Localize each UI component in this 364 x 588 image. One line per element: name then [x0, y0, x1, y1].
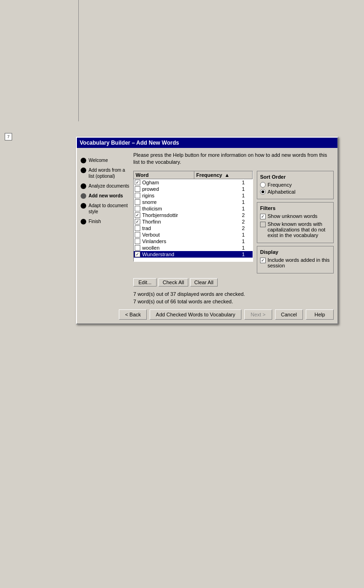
word-freq: 1: [240, 193, 252, 198]
step-bullet-analyze: [81, 183, 86, 189]
word-list-scroll[interactable]: Ogham 1 prowed 1: [134, 179, 253, 260]
step-finish: Finish: [81, 217, 130, 225]
word-text: snorre: [142, 199, 240, 205]
cancel-button[interactable]: Cancel: [275, 309, 303, 320]
word-checkbox-snorre[interactable]: [135, 199, 140, 205]
word-row[interactable]: Thorfinn 2: [134, 218, 253, 225]
filter-show-known-label: Show known words with capitalizations th…: [268, 221, 330, 238]
word-checkbox-thorfinn[interactable]: [135, 219, 140, 224]
step-label-welcome: Welcome: [89, 157, 108, 163]
word-checkbox-trad[interactable]: [135, 225, 140, 231]
word-text: woollen: [142, 245, 240, 251]
word-row[interactable]: tholicism 1: [134, 205, 253, 212]
vocabulary-builder-dialog: Vocabulary Builder – Add New Words Welco…: [76, 137, 338, 324]
step-bullet-adapt: [81, 203, 86, 209]
word-list-header: Word Frequency ▲: [134, 171, 253, 179]
main-content: Please press the Help button for more in…: [133, 152, 334, 306]
word-checkbox-woollen[interactable]: [135, 245, 140, 251]
word-row[interactable]: snorre 1: [134, 199, 253, 205]
step-label-add-new: Add new words: [89, 193, 123, 199]
word-row-wunderstrand[interactable]: Wunderstrand 1: [134, 251, 253, 258]
display-include-added-checkbox[interactable]: [260, 258, 266, 263]
radio-frequency-btn[interactable]: [260, 182, 266, 188]
filter-show-unknown-label: Show unknown words: [268, 213, 317, 219]
word-row[interactable]: Ogham 1: [134, 179, 253, 186]
word-freq: 2: [240, 219, 252, 224]
word-text: Verbout: [142, 232, 240, 238]
status-text: 7 word(s) out of 37 displayed words are …: [133, 290, 334, 306]
status-line2: 7 word(s) out of 66 total words are chec…: [133, 298, 334, 306]
word-freq: 1: [240, 186, 252, 192]
radio-frequency[interactable]: Frequency: [260, 182, 330, 188]
word-text: tholicism: [142, 206, 240, 211]
steps-panel: Welcome Add words from a list (optional)…: [81, 152, 130, 306]
word-freq: 1: [240, 206, 252, 211]
radio-alphabetical-label: Alphabetical: [268, 189, 295, 195]
filter-show-unknown-checkbox[interactable]: [260, 214, 266, 219]
word-action-buttons: Edit... Check All Clear All: [133, 278, 334, 287]
bottom-corner: [345, 574, 364, 588]
filters-title: Filters: [260, 205, 330, 211]
step-bullet-add-words: [81, 168, 86, 173]
word-checkbox-rigins[interactable]: [135, 193, 140, 198]
back-button[interactable]: < Back: [119, 309, 147, 320]
step-label-adapt: Adapt to document style: [89, 203, 130, 215]
word-checkbox-tholicism[interactable]: [135, 206, 140, 211]
word-freq: 1: [240, 245, 252, 251]
display-include-added[interactable]: Include words added in this session: [260, 257, 330, 268]
word-checkbox-thorbjernsdottir[interactable]: [135, 212, 140, 218]
word-text: Thorfinn: [142, 219, 240, 224]
step-label-analyze: Analyze documents: [89, 183, 129, 189]
radio-alphabetical-btn[interactable]: [260, 189, 266, 195]
word-row[interactable]: Verbout 1: [134, 231, 253, 238]
footer-buttons: < Back Add Checked Words to Vocabulary N…: [81, 309, 334, 320]
word-text: Vinlanders: [142, 238, 240, 244]
word-row[interactable]: woollen 1: [134, 245, 253, 251]
status-line1: 7 word(s) out of 37 displayed words are …: [133, 290, 334, 298]
step-bullet-add-new: [81, 193, 86, 199]
edit-button[interactable]: Edit...: [133, 278, 157, 287]
step-bullet-finish: [81, 219, 86, 224]
step-label-add-words: Add words from a list (optional): [89, 167, 130, 179]
dialog-body: Welcome Add words from a list (optional)…: [77, 148, 337, 323]
filter-show-known[interactable]: Show known words with capitalizations th…: [260, 221, 330, 238]
radio-alphabetical[interactable]: Alphabetical: [260, 189, 330, 195]
word-text: Thorbjernsdottir: [142, 212, 240, 218]
word-row[interactable]: rigins 1: [134, 192, 253, 199]
help-button[interactable]: Help: [306, 309, 334, 320]
clear-all-button[interactable]: Clear All: [190, 278, 218, 287]
page-background: 7 Vocabulary Builder – Add New Words Wel…: [0, 0, 364, 588]
display-group: Display Include words added in this sess…: [257, 246, 334, 273]
dialog-title: Vocabulary Builder – Add New Words: [80, 140, 179, 146]
word-text: Ogham: [142, 180, 240, 185]
word-row[interactable]: trad 2: [134, 225, 253, 231]
word-checkbox-vinlanders[interactable]: [135, 238, 140, 244]
word-checkbox-verbout[interactable]: [135, 232, 140, 238]
sort-order-title: Sort Order: [260, 174, 330, 180]
right-panel: Sort Order Frequency Alphabetical: [257, 171, 334, 273]
word-checkbox-ogham[interactable]: [135, 180, 140, 185]
word-row[interactable]: Vinlanders 1: [134, 238, 253, 245]
check-all-button[interactable]: Check All: [158, 278, 188, 287]
word-freq: 1: [240, 252, 252, 257]
sort-order-group: Sort Order Frequency Alphabetical: [257, 171, 334, 199]
vertical-divider: [78, 0, 79, 121]
word-checkbox-prowed[interactable]: [135, 186, 140, 192]
radio-frequency-label: Frequency: [268, 182, 292, 188]
word-row[interactable]: Thorbjernsdottir 2: [134, 212, 253, 218]
sort-arrow-icon: ▲: [225, 172, 230, 178]
dialog-content: Welcome Add words from a list (optional)…: [81, 152, 334, 306]
display-include-added-label: Include words added in this session: [268, 257, 330, 268]
add-checked-button[interactable]: Add Checked Words to Vocabulary: [150, 309, 241, 320]
step-welcome: Welcome: [81, 156, 130, 164]
filter-show-known-checkbox[interactable]: [260, 222, 266, 227]
word-freq: 1: [240, 232, 252, 238]
filter-show-unknown[interactable]: Show unknown words: [260, 213, 330, 219]
word-row[interactable]: prowed 1: [134, 186, 253, 192]
word-freq: 1: [240, 199, 252, 205]
next-button[interactable]: Next >: [244, 309, 272, 320]
word-checkbox-wunderstrand[interactable]: [135, 252, 140, 257]
col-header-frequency: Frequency ▲: [194, 171, 253, 179]
step-label-finish: Finish: [89, 218, 101, 224]
word-list-container: Word Frequency ▲ Ogham: [133, 171, 334, 273]
